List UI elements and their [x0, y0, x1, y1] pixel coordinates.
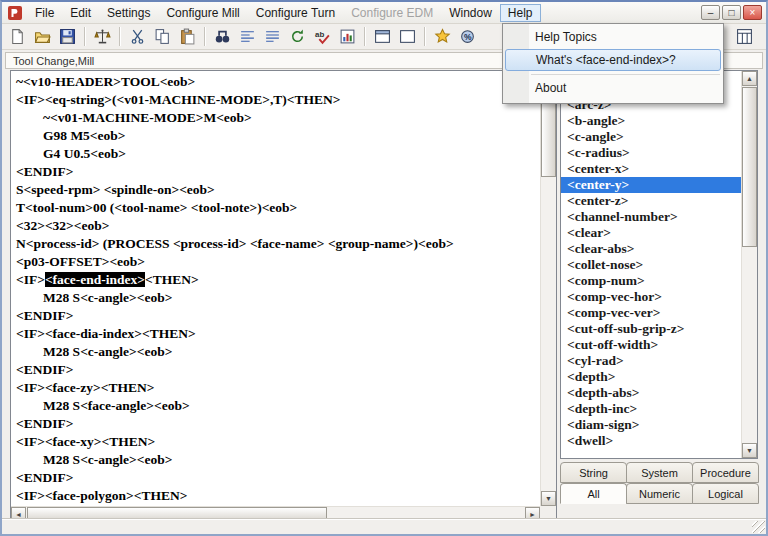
token-list-vscrollbar[interactable]: ▲ ▼ — [741, 71, 757, 458]
tab-row: AllNumericLogical — [560, 483, 758, 504]
spellcheck-icon[interactable]: ab — [310, 25, 335, 48]
tab-procedure[interactable]: Procedure — [692, 462, 759, 483]
paste-icon[interactable] — [175, 25, 200, 48]
menu-help[interactable]: Help — [500, 4, 541, 22]
code-line: ~<v10-HEADER>TOOL<eob> — [16, 73, 540, 91]
token-list-item-c-radius[interactable]: <c-radius> — [561, 145, 741, 161]
token-list-item-center-y[interactable]: <center-y> — [561, 177, 741, 193]
save-icon[interactable] — [55, 25, 80, 48]
highlighted-token[interactable]: <face-end-index> — [45, 272, 145, 287]
tab-numeric[interactable]: Numeric — [626, 483, 693, 504]
tab-all[interactable]: All — [560, 483, 627, 504]
help-menu: Help TopicsWhat's <face-end-index>?About — [502, 23, 724, 104]
token-list-item-comp-vec-ver[interactable]: <comp-vec-ver> — [561, 305, 741, 321]
format-lines-icon[interactable] — [235, 25, 260, 48]
code-line: <IF><face-end-index><THEN> — [16, 271, 540, 289]
toolbar-separator — [424, 27, 426, 46]
token-list-item-center-z[interactable]: <center-z> — [561, 193, 741, 209]
token-list-item-collet-nose[interactable]: <collet-nose> — [561, 257, 741, 273]
token-list-item-b-angle[interactable]: <b-angle> — [561, 113, 741, 129]
refresh-icon[interactable] — [285, 25, 310, 48]
toolbar-separator — [119, 27, 121, 46]
code-line: M28 S<face-angle><eob> — [16, 397, 540, 415]
tab-string[interactable]: String — [560, 462, 627, 483]
code-line: ~<v01-MACHINE-MODE>M<eob> — [16, 109, 540, 127]
code-editor: ~<v10-HEADER>TOOL<eob><IF><eq-string>(<v… — [10, 70, 557, 523]
toolbar-separator — [84, 27, 86, 46]
token-list-item-channel-number[interactable]: <channel-number> — [561, 209, 741, 225]
vscroll-thumb[interactable] — [742, 87, 757, 247]
code-line: <32><32><eob> — [16, 217, 540, 235]
status-bar — [2, 519, 766, 534]
token-list-item-center-x[interactable]: <center-x> — [561, 161, 741, 177]
token-list-item-diam-sign[interactable]: <diam-sign> — [561, 417, 741, 433]
restore-button[interactable]: □ — [722, 5, 741, 20]
help-menu-item-about[interactable]: About — [503, 78, 723, 100]
format-paragraph-icon[interactable] — [260, 25, 285, 48]
token-list-item-cut-off-width[interactable]: <cut-off-width> — [561, 337, 741, 353]
help-menu-item-what-s-face-end-index[interactable]: What's <face-end-index>? — [505, 49, 721, 71]
token-list-item-cyl-rad[interactable]: <cyl-rad> — [561, 353, 741, 369]
grid-window-icon[interactable] — [732, 25, 757, 48]
category-tabs: StringSystemProcedureAllNumericLogical — [560, 462, 758, 504]
window-frame-icon[interactable] — [395, 25, 420, 48]
tab-logical[interactable]: Logical — [692, 483, 759, 504]
code-line: <ENDIF> — [16, 415, 540, 433]
code-line: <ENDIF> — [16, 469, 540, 487]
new-document-icon[interactable] — [5, 25, 30, 48]
token-list-item-c-angle[interactable]: <c-angle> — [561, 129, 741, 145]
token-list-item-comp-num[interactable]: <comp-num> — [561, 273, 741, 289]
code-line: <IF><eq-string>(<v01-MACHINE-MODE>,T)<TH… — [16, 91, 540, 109]
insert-token-icon[interactable] — [430, 25, 455, 48]
token-list-item-cut-off-sub-grip-z[interactable]: <cut-off-sub-grip-z> — [561, 321, 741, 337]
app-icon[interactable] — [7, 5, 23, 21]
code-line: <IF><face-xy><THEN> — [16, 433, 540, 451]
menu-separator — [531, 74, 720, 75]
find-binoculars-icon[interactable] — [210, 25, 235, 48]
menu-configure-edm[interactable]: Configure EDM — [343, 4, 441, 22]
editor-vscrollbar[interactable]: ▲ ▼ — [540, 71, 556, 506]
tab-system[interactable]: System — [626, 462, 693, 483]
menu-bar: FileEditSettingsConfigure MillConfigure … — [2, 2, 766, 24]
token-list-item-clear[interactable]: <clear> — [561, 225, 741, 241]
code-line: M28 S<c-angle><eob> — [16, 289, 540, 307]
code-line: G4 U0.5<eob> — [16, 145, 540, 163]
menu-edit[interactable]: Edit — [62, 4, 99, 22]
menu-settings[interactable]: Settings — [99, 4, 158, 22]
macro-icon[interactable]: % — [455, 25, 480, 48]
close-button[interactable]: × — [743, 5, 762, 20]
code-line: N<process-id> (PROCESS <process-id> <fac… — [16, 235, 540, 253]
balance-icon[interactable] — [90, 25, 115, 48]
help-menu-item-help-topics[interactable]: Help Topics — [503, 27, 723, 49]
scroll-up-icon[interactable]: ▲ — [742, 71, 757, 86]
resize-grip[interactable] — [752, 521, 765, 533]
toolbar-groups: ab% — [5, 25, 480, 48]
scroll-down-icon[interactable]: ▼ — [742, 443, 757, 458]
menu-configure-mill[interactable]: Configure Mill — [158, 4, 247, 22]
menu-configure-turn[interactable]: Configure Turn — [248, 4, 343, 22]
code-line: G98 M5<eob> — [16, 127, 540, 145]
menu-window[interactable]: Window — [441, 4, 500, 22]
cut-icon[interactable] — [125, 25, 150, 48]
token-list-item-dwell[interactable]: <dwell> — [561, 433, 741, 449]
token-list-item-comp-vec-hor[interactable]: <comp-vec-hor> — [561, 289, 741, 305]
code-line: S<speed-rpm> <spindle-on><eob> — [16, 181, 540, 199]
window-split-icon[interactable] — [370, 25, 395, 48]
minimize-button[interactable]: – — [701, 5, 720, 20]
report-chart-icon[interactable] — [335, 25, 360, 48]
copy-icon[interactable] — [150, 25, 175, 48]
open-folder-icon[interactable] — [30, 25, 55, 48]
code-line: <ENDIF> — [16, 307, 540, 325]
editor-text[interactable]: ~<v10-HEADER>TOOL<eob><IF><eq-string>(<v… — [11, 71, 540, 506]
token-list-item-depth-inc[interactable]: <depth-inc> — [561, 401, 741, 417]
scroll-down-icon[interactable]: ▼ — [541, 491, 556, 506]
toolbar-separator — [364, 27, 366, 46]
code-line: <IF><face-polygon><THEN> — [16, 487, 540, 505]
token-list-item-clear-abs[interactable]: <clear-abs> — [561, 241, 741, 257]
menu-file[interactable]: File — [27, 4, 62, 22]
token-list-item-depth[interactable]: <depth> — [561, 369, 741, 385]
code-line: M28 S<c-angle><eob> — [16, 343, 540, 361]
token-list-panel: <arc-z><b-angle><c-angle><c-radius><cent… — [560, 70, 758, 459]
token-list-item-depth-abs[interactable]: <depth-abs> — [561, 385, 741, 401]
code-line: T<tool-num>00 (<tool-name> <tool-note>)<… — [16, 199, 540, 217]
